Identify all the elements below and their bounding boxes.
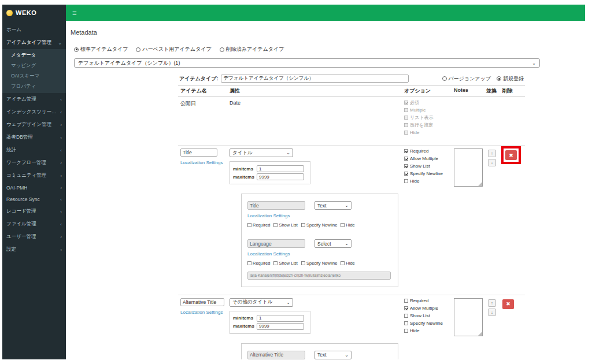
option-required[interactable]: 必須 <box>404 100 449 106</box>
checkbox-icon <box>341 223 345 227</box>
minmax-box: minItems maxItems <box>230 311 310 334</box>
attribute-cell: タイトル ⌄ minItems maxItems <box>227 146 402 295</box>
radio-deleted-itemtype[interactable]: 削除済みアイテムタイプ <box>220 46 284 53</box>
option-show-list[interactable]: Show List <box>404 313 449 319</box>
move-down-button[interactable]: ↓ <box>488 159 496 166</box>
option-required[interactable]: Required <box>404 298 449 304</box>
sub-option-required[interactable]: Required <box>247 222 270 228</box>
sidebar-item-index-tree[interactable]: インデックスツリー管理‹ <box>2 106 66 118</box>
sub-option-specify-newline[interactable]: Specify Newline <box>301 222 337 228</box>
radio-icon <box>497 76 501 81</box>
sidebar-item-user-mgmt[interactable]: ユーザー管理‹ <box>2 231 66 243</box>
sub-field-type-select[interactable]: Text ⌄ <box>314 351 352 359</box>
checkbox-icon <box>301 223 305 227</box>
sub-option-specify-newline[interactable]: Specify Newline <box>301 261 337 266</box>
itemtype-dropdown[interactable]: デフォルトアイテムタイプ（シンプル）(1) ⌄ <box>74 58 540 68</box>
localization-settings-link[interactable]: Localization Settings <box>247 213 290 218</box>
radio-harvest-itemtype[interactable]: ハーベスト用アイテムタイプ <box>136 46 211 53</box>
column-attribute: 属性 <box>227 86 402 96</box>
sub-field-type-select[interactable]: Select ⌄ <box>314 239 352 248</box>
notes-resize-handle[interactable] <box>454 148 483 187</box>
sidebar-item-mapping[interactable]: マッピング <box>2 61 66 71</box>
sub-field-label-input[interactable] <box>247 351 305 359</box>
sidebar-item-file-mgmt[interactable]: ファイル管理‹ <box>2 218 66 231</box>
sub-field-type-select[interactable]: Text ⌄ <box>314 201 352 210</box>
move-up-button[interactable]: ↑ <box>488 299 496 307</box>
sub-option-hide[interactable]: Hide <box>341 261 354 266</box>
sidebar-item-record-mgmt[interactable]: レコード管理‹ <box>2 205 66 218</box>
sub-options-row: Required Show List Specify Newline Hide <box>247 261 392 266</box>
option-show-list[interactable]: リスト表示 <box>404 115 449 121</box>
option-specify-newline[interactable]: Specify Newline <box>404 321 449 326</box>
sidebar-item-home[interactable]: ホーム <box>2 24 66 36</box>
radio-version-up[interactable]: バージョンアップ <box>442 75 491 83</box>
localization-settings-link[interactable]: Localization Settings <box>247 251 290 257</box>
sidebar-item-itemtype-mgmt[interactable]: アイテムタイプ管理 ⌄ <box>2 36 66 49</box>
option-hide[interactable]: Hide <box>404 179 449 184</box>
itemtype-label: アイテムタイプ: <box>179 75 218 83</box>
delete-row-button[interactable]: ✖ <box>502 299 514 309</box>
sidebar-item-settings[interactable]: 設定‹ <box>2 243 66 256</box>
min-items-input[interactable] <box>257 165 304 172</box>
sub-field-label-input[interactable] <box>247 239 305 248</box>
notes-textarea[interactable] <box>454 149 482 186</box>
sub-properties-panel: Text ⌄ Localization Settings <box>241 343 398 359</box>
notes-textarea[interactable] <box>454 299 482 336</box>
sidebar-item-web-design[interactable]: ウェブデザイン管理‹ <box>2 118 66 131</box>
attribute-type-select[interactable]: タイトル ⌄ <box>230 148 293 157</box>
sidebar-item-resource-sync[interactable]: Resource Sync‹ <box>2 194 66 205</box>
language-options-input[interactable] <box>247 272 391 280</box>
sidebar-item-community[interactable]: コミュニティ管理‹ <box>2 169 66 182</box>
option-required[interactable]: Required <box>404 148 449 154</box>
sub-option-show-list[interactable]: Show List <box>273 222 298 228</box>
chevron-down-icon: ⌄ <box>286 150 290 155</box>
move-up-button[interactable]: ↑ <box>488 150 496 157</box>
sidebar-item-properties[interactable]: プロパティ <box>2 81 66 92</box>
attribute-type-select[interactable]: その他のタイトル ⌄ <box>230 298 293 307</box>
sub-option-show-list[interactable]: Show List <box>273 261 298 266</box>
radio-standard-itemtype[interactable]: 標準アイテムタイプ <box>74 46 128 53</box>
radio-icon <box>220 47 224 52</box>
sidebar-item-workflow[interactable]: ワークフロー管理‹ <box>2 157 66 169</box>
main-content: Metadata 標準アイテムタイプ ハーベスト用アイテムタイプ 削除済みアイテ… <box>66 21 585 359</box>
radio-new-registration[interactable]: 新規登録 <box>497 75 524 83</box>
checkbox-icon <box>404 314 408 318</box>
sub-option-required[interactable]: Required <box>247 261 270 266</box>
delete-row-button[interactable]: ✖ <box>505 150 517 160</box>
sidebar-item-oai-schema[interactable]: OAIスキーマ <box>2 71 66 81</box>
notes-resize-handle[interactable] <box>454 298 483 336</box>
sub-field-label-input[interactable] <box>247 201 305 210</box>
min-items-input[interactable] <box>257 315 304 322</box>
localization-settings-link[interactable]: Localization Settings <box>180 310 223 315</box>
sidebar-item-item-mgmt[interactable]: アイテム管理‹ <box>2 93 66 106</box>
max-items-input[interactable] <box>257 323 304 330</box>
sub-option-hide[interactable]: Hide <box>341 222 354 228</box>
option-hide[interactable]: Hide <box>404 328 449 334</box>
sidebar-item-oai-pmh[interactable]: OAI-PMH‹ <box>2 182 66 194</box>
option-show-list[interactable]: Show List <box>404 164 449 169</box>
column-notes: Notes <box>452 86 484 96</box>
notes-cell <box>452 295 484 359</box>
click-target-annotation: ✖ <box>501 146 521 164</box>
localization-settings-link[interactable]: Localization Settings <box>180 160 223 165</box>
notes-cell <box>452 146 484 295</box>
sidebar-item-metadata[interactable]: メタデータ <box>2 50 66 61</box>
sidebar-item-author-db[interactable]: 著者DB管理‹ <box>2 131 66 144</box>
option-allow-multiple[interactable]: Allow Multiple <box>404 156 449 162</box>
weko-logo[interactable]: WEKO <box>2 5 66 21</box>
option-multiple[interactable]: Multiple <box>404 107 449 113</box>
option-specify-newline[interactable]: Specify Newline <box>404 171 449 177</box>
item-name-input[interactable] <box>180 298 224 306</box>
checkbox-icon <box>273 223 278 227</box>
option-hide[interactable]: Hide <box>404 130 449 136</box>
max-items-input[interactable] <box>257 173 304 180</box>
sidebar-toggle-button[interactable]: ≡ <box>66 5 83 21</box>
sidebar-item-statistics[interactable]: 統計‹ <box>2 144 66 157</box>
option-allow-multiple[interactable]: Allow Multiple <box>404 306 449 311</box>
itemtype-name-input[interactable] <box>221 75 409 83</box>
chevron-down-icon: ⌄ <box>532 61 536 66</box>
item-name-label: 公開日 <box>180 101 196 106</box>
item-name-input[interactable] <box>180 148 217 157</box>
option-specify-newline[interactable]: 改行を指定 <box>404 122 449 128</box>
move-down-button[interactable]: ↓ <box>488 309 496 316</box>
